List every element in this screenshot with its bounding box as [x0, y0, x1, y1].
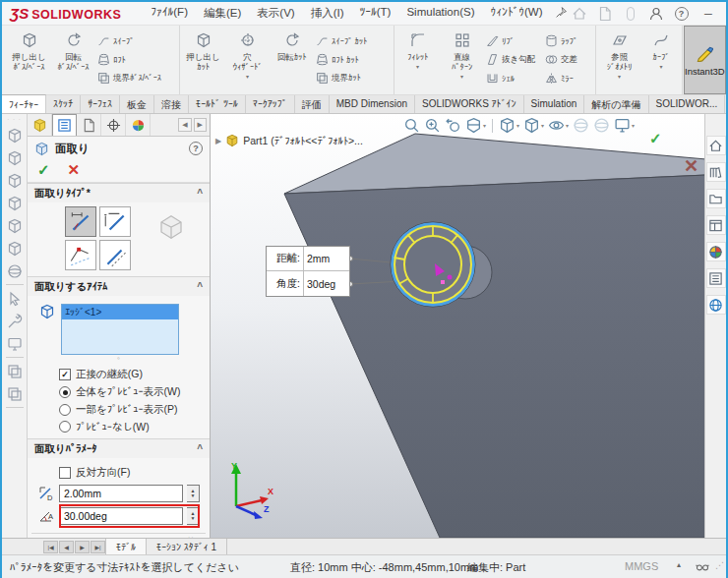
angle-input[interactable]: 30.00deg — [59, 507, 183, 525]
callout-angle-value[interactable]: 30deg — [304, 271, 349, 296]
pink-handle[interactable] — [441, 280, 445, 284]
rib-button[interactable]: ﾘﾌﾞ — [484, 31, 543, 50]
view-palette-button[interactable] — [706, 215, 726, 235]
tree-expand-icon[interactable]: ▶ — [215, 137, 221, 145]
units-caret-icon[interactable]: ▴ — [677, 560, 681, 569]
first-tab-button[interactable]: |◀ — [43, 541, 58, 553]
units-selector[interactable]: MMGS — [625, 560, 658, 572]
tab-scroll-right-button[interactable]: ▶ — [194, 118, 207, 132]
menu-insert[interactable]: 挿入(I) — [303, 2, 352, 25]
listbox-resize-handle[interactable]: ◦ — [31, 355, 206, 364]
left-toolbar-cube-button[interactable] — [4, 124, 26, 146]
section-view-button[interactable]: ▾ — [465, 117, 486, 134]
view-settings-button[interactable]: ▾ — [614, 117, 635, 134]
left-toolbar-cube-button[interactable] — [4, 214, 26, 237]
cancel-button[interactable]: ✕ — [68, 161, 81, 179]
tab-mbd-dimension[interactable]: MBD Dimension — [330, 95, 415, 113]
tab-features[interactable]: ﾌｨｰﾁｬｰ — [2, 94, 46, 113]
offset-face-type-button[interactable] — [99, 240, 131, 270]
pin-menu-button[interactable] — [555, 6, 568, 21]
parameters-section-header[interactable]: 面取りﾊﾟﾗﾒｰﾀ ^ — [28, 438, 210, 458]
fillet-button[interactable]: ﾌｨﾚｯﾄ▾ — [395, 27, 440, 93]
sweep-cut-button[interactable]: ｽｲｰﾌﾟ ｶｯﾄ — [314, 31, 393, 50]
wrap-button[interactable]: ﾗｯﾌﾟ — [543, 31, 594, 50]
orientation-triad[interactable]: Y X Z — [218, 459, 277, 524]
boundary-boss-button[interactable]: 境界ﾎﾞｽ/ﾍﾞｰｽ — [95, 69, 178, 87]
tab-analysis-prep[interactable]: 解析の準備 — [584, 95, 648, 113]
help-button[interactable]: ? — [670, 4, 694, 24]
tab-evaluate[interactable]: 評価 — [295, 95, 330, 113]
angle-stepper[interactable]: ▲▼ — [187, 507, 200, 525]
graphics-viewport[interactable]: ▾ ▾ ▾ ▾ ▾ ▶ Part1 (ﾃﾞﾌｫﾙﾄ<<ﾃﾞﾌｫﾙﾄ>... 距離… — [211, 114, 706, 538]
spin-down-icon[interactable]: ▼ — [191, 493, 196, 499]
chevron-down-icon[interactable]: ▾ — [618, 73, 621, 80]
distance-input[interactable]: 2.00mm — [59, 485, 183, 502]
extrude-boss-button[interactable]: 押し出し ﾎﾞｽ/ﾍﾞｰｽ — [7, 27, 51, 93]
model-scene[interactable] — [211, 114, 706, 538]
tab-mold-tools[interactable]: ﾓｰﾙﾄﾞ ﾂｰﾙ — [189, 95, 246, 113]
next-tab-button[interactable]: ▶ — [75, 541, 90, 553]
left-toolbar-cube-button[interactable] — [4, 260, 26, 282]
tab-markup[interactable]: ﾏｰｸｱｯﾌﾟ — [246, 95, 295, 113]
pm-tab-chamfer[interactable] — [28, 114, 52, 136]
tab-sheet-metal[interactable]: 板金 — [120, 95, 154, 113]
previous-view-button[interactable] — [445, 117, 461, 134]
left-toolbar-layers-button[interactable] — [4, 360, 26, 382]
tab-surfaces[interactable]: ｻｰﾌｪｽ — [81, 95, 120, 113]
tab-weldments[interactable]: 溶接 — [154, 95, 189, 113]
menu-window[interactable]: ｳｨﾝﾄﾞｳ(W) — [482, 2, 550, 25]
pm-tab-display-manager[interactable] — [126, 114, 151, 136]
chevron-down-icon[interactable]: ▾ — [541, 122, 544, 129]
menu-simulation[interactable]: Simulation(S) — [398, 2, 482, 25]
window-panes-button[interactable]: ⊞ — [724, 4, 728, 24]
apply-scene-button[interactable] — [593, 117, 610, 134]
custom-properties-button[interactable] — [706, 268, 726, 288]
tab-solidworks-truncated[interactable]: SOLIDWOR... — [649, 95, 726, 113]
shell-button[interactable]: ｼｪﾙ — [484, 69, 543, 87]
distance-stepper[interactable]: ▲▼ — [187, 485, 200, 502]
motion-study-tab[interactable]: ﾓｰｼｮﾝ ｽﾀﾃﾞｨ 1 — [147, 539, 227, 554]
ok-button[interactable]: ✓ — [37, 161, 50, 179]
chevron-down-icon[interactable]: ▾ — [246, 73, 249, 80]
chevron-down-icon[interactable]: ▾ — [659, 63, 662, 70]
linear-pattern-button[interactable]: 直線 ﾊﾟﾀｰﾝ▾ — [440, 27, 484, 93]
chamfer-callout[interactable]: 距離: 2mm 角度: 30deg — [266, 246, 350, 297]
menu-edit[interactable]: 編集(E) — [196, 2, 249, 25]
chevron-down-icon[interactable]: ▾ — [516, 122, 519, 129]
partial-preview-radio[interactable]: 一部をﾌﾟﾚﾋﾞｭｰ表示(P) — [59, 403, 206, 417]
selection-listbox[interactable]: ｴｯｼﾞ<1> — [61, 304, 179, 355]
menu-view[interactable]: 表示(V) — [249, 2, 302, 25]
left-toolbar-cube-button[interactable] — [4, 169, 26, 192]
home-button[interactable] — [568, 4, 591, 24]
no-preview-radio[interactable]: ﾌﾟﾚﾋﾞｭｰなし(W) — [59, 421, 206, 433]
magenta-handle[interactable] — [448, 275, 453, 280]
tangent-propagation-checkbox[interactable]: ✓ 正接の継続(G) — [59, 368, 206, 381]
loft-button[interactable]: ﾛﾌﾄ — [95, 50, 178, 69]
extrude-cut-button[interactable]: 押し出し ｶｯﾄ — [181, 27, 225, 93]
view-orientation-button[interactable]: ▾ — [499, 117, 519, 134]
hide-show-items-button[interactable]: ▾ — [548, 117, 569, 134]
chevron-down-icon[interactable]: ▾ — [460, 73, 463, 80]
face-face-type-button[interactable] — [65, 240, 96, 270]
loft-cut-button[interactable]: ﾛﾌﾄ ｶｯﾄ — [314, 50, 393, 69]
new-document-button[interactable] — [593, 4, 617, 24]
angle-distance-type-button[interactable] — [65, 206, 96, 237]
zoom-to-fit-button[interactable] — [403, 117, 420, 134]
chevron-down-icon[interactable]: ▾ — [632, 122, 635, 129]
revolve-cut-button[interactable]: 回転ｶｯﾄ — [270, 27, 314, 93]
full-preview-radio[interactable]: 全体をﾌﾟﾚﾋﾞｭｰ表示(W) — [59, 385, 206, 399]
curves-button[interactable]: ｶｰﾌﾞ▾ — [641, 27, 681, 93]
minimize-button[interactable]: ─ — [696, 4, 722, 24]
callout-distance-value[interactable]: 2mm — [304, 247, 349, 271]
part-tree-label[interactable]: Part1 (ﾃﾞﾌｫﾙﾄ<<ﾃﾞﾌｫﾙﾄ>... — [243, 135, 363, 146]
revolve-boss-button[interactable]: 回転 ﾎﾞｽ/ﾍﾞｰｽ — [51, 27, 95, 93]
tab-simulation[interactable]: Simulation — [524, 95, 585, 113]
appearances-button[interactable] — [706, 242, 726, 261]
solidworks-forum-button[interactable] — [706, 295, 726, 315]
account-button[interactable] — [644, 4, 668, 24]
chevron-down-icon[interactable]: ▾ — [566, 122, 569, 129]
file-explorer-button[interactable] — [706, 189, 726, 208]
edit-appearance-button[interactable] — [573, 117, 589, 134]
hole-wizard-button[interactable]: 穴 ｳｨｻﾞｰﾄﾞ▾ — [225, 27, 270, 93]
left-toolbar-layers-button[interactable] — [4, 382, 26, 405]
